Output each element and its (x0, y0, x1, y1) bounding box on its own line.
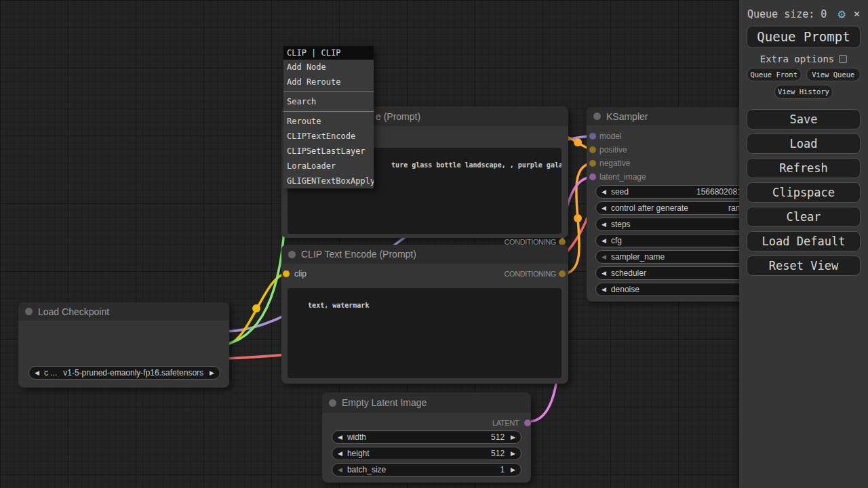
conditioning-output-dot[interactable] (559, 270, 566, 277)
prompt-textarea[interactable]: text, watermark (288, 288, 561, 378)
widget-value: 512 (491, 449, 505, 458)
menu-item-reroute[interactable]: Reroute (283, 114, 374, 129)
view-queue-button[interactable]: View Queue (806, 68, 861, 81)
output-label: LATENT (492, 419, 519, 427)
widget-label: control after generate (611, 203, 688, 213)
widget-left-arrow-icon[interactable]: ◀ (601, 270, 606, 277)
widget-value: ran (728, 203, 740, 213)
width-widget[interactable]: ◀ width 512 ▶ (332, 430, 521, 444)
queue-front-button[interactable]: Queue Front (747, 68, 802, 81)
menu-item-gligentextboxapply[interactable]: GLIGENTextBoxApply (283, 174, 374, 188)
widget-label: batch_size (347, 465, 386, 474)
save-button[interactable]: Save (747, 109, 861, 129)
prompt-text: text, watermark (308, 302, 369, 309)
view-history-button[interactable]: View History (774, 85, 833, 99)
collapse-dot-icon[interactable] (329, 399, 336, 407)
load-default-button[interactable]: Load Default (747, 231, 861, 251)
collapse-dot-icon[interactable] (593, 113, 601, 120)
menu-item-add-node[interactable]: Add Node (283, 60, 374, 75)
widget-left-arrow-icon[interactable]: ◀ (338, 434, 342, 441)
combo-right-arrow-icon[interactable]: ▶ (210, 370, 214, 376)
widget-left-arrow-icon[interactable]: ◀ (601, 189, 606, 195)
collapse-dot-icon[interactable] (288, 251, 296, 258)
comfy-menu-panel: Queue size: 0 ⚙ ✕ Queue Prompt Extra opt… (739, 0, 868, 488)
node-title: CLIP Text Encode (Prompt) (301, 249, 416, 260)
menu-item-cliptextencode[interactable]: CLIPTextEncode (283, 129, 374, 144)
widget-left-arrow-icon[interactable]: ◀ (338, 451, 342, 457)
menu-separator (283, 111, 374, 112)
widget-right-arrow-icon[interactable]: ▶ (511, 451, 515, 457)
extra-options-row: Extra options (739, 54, 868, 64)
latent-output-dot[interactable] (524, 420, 531, 426)
widget-value: 1566802081 (696, 187, 742, 197)
widget-left-arrow-icon[interactable]: ◀ (601, 254, 606, 260)
negative-input-dot[interactable] (589, 160, 596, 167)
height-widget[interactable]: ◀ height 512 ▶ (332, 447, 521, 460)
input-label: model (599, 131, 622, 141)
clear-button[interactable]: Clear (747, 207, 861, 227)
refresh-button[interactable]: Refresh (747, 158, 861, 178)
widget-label: scheduler (611, 268, 646, 278)
queue-buttons-row: Queue Front View Queue (747, 68, 861, 81)
input-label: negative (599, 159, 630, 168)
context-menu-title: CLIP | CLIP (283, 46, 374, 60)
combo-prefix: c ... (44, 368, 57, 378)
latent-image-input-dot[interactable] (589, 174, 596, 180)
input-label: clip (294, 269, 307, 279)
link-release-context-menu: CLIP | CLIP Add Node Add Reroute Search … (283, 46, 374, 188)
widget-left-arrow-icon[interactable]: ◀ (338, 467, 342, 473)
widget-right-arrow-icon[interactable]: ▶ (511, 467, 515, 473)
menu-item-loraloader[interactable]: LoraLoader (283, 159, 374, 174)
input-label: latent_image (599, 172, 646, 182)
queue-prompt-button[interactable]: Queue Prompt (747, 26, 861, 48)
node-clip-text-encode-negative[interactable]: CLIP Text Encode (Prompt) clip CONDITION… (281, 245, 568, 384)
reset-view-button[interactable]: Reset View (747, 256, 861, 276)
widget-label: denoise (611, 285, 639, 294)
widget-label: steps (611, 220, 631, 229)
node-title-bar[interactable]: Empty Latent Image (322, 392, 531, 413)
node-title: Empty Latent Image (342, 397, 427, 408)
ckpt-name-combo[interactable]: ◀ c ... v1-5-pruned-emaonly-fp16.safeten… (28, 366, 220, 380)
batch-size-widget[interactable]: ◀ batch_size 1 ▶ (332, 463, 521, 476)
collapse-dot-icon[interactable] (25, 308, 33, 315)
widget-label: sampler_name (611, 252, 665, 262)
settings-gear-icon[interactable]: ⚙ (838, 7, 846, 20)
node-title: KSampler (606, 111, 648, 122)
load-button[interactable]: Load (747, 134, 861, 154)
output-label: CONDITIONING (505, 270, 556, 278)
close-icon[interactable]: ✕ (854, 9, 860, 19)
widget-left-arrow-icon[interactable]: ◀ (601, 205, 606, 211)
queue-size-row: Queue size: 0 ⚙ ✕ (739, 0, 868, 20)
widget-left-arrow-icon[interactable]: ◀ (601, 287, 606, 293)
menu-item-search[interactable]: Search (283, 94, 374, 109)
widget-label: height (347, 449, 370, 458)
widget-right-arrow-icon[interactable]: ▶ (511, 434, 515, 441)
queue-size-label: Queue size: 0 (747, 8, 838, 20)
widget-left-arrow-icon[interactable]: ◀ (601, 238, 606, 244)
model-input-dot[interactable] (589, 133, 596, 140)
clip-input-dot[interactable] (283, 270, 290, 277)
widget-label: seed (611, 187, 629, 197)
combo-left-arrow-icon[interactable]: ◀ (35, 370, 39, 376)
extra-options-label: Extra options (760, 54, 835, 64)
clipspace-button[interactable]: Clipspace (747, 182, 861, 203)
positive-input-dot[interactable] (589, 146, 596, 153)
menu-separator (283, 92, 374, 92)
node-title-bar[interactable]: Load Checkpoint (18, 302, 229, 321)
prompt-text-partial: ture glass bottle landscape, , purple ga… (391, 161, 561, 169)
widget-label: width (347, 432, 366, 442)
node-load-checkpoint[interactable]: Load Checkpoint MODEL CLIP VAE ◀ c ... v… (18, 302, 229, 388)
output-slot-latent: LATENT (322, 418, 531, 428)
combo-value: v1-5-pruned-emaonly-fp16.safetensors (57, 368, 210, 378)
io-slot-row: clip CONDITIONING (281, 268, 568, 279)
extra-options-checkbox[interactable] (839, 55, 847, 63)
node-empty-latent-image[interactable]: Empty Latent Image LATENT ◀ width 512 ▶ … (322, 392, 531, 483)
widget-left-arrow-icon[interactable]: ◀ (601, 222, 606, 228)
widget-value: 512 (491, 432, 505, 442)
node-title: Load Checkpoint (38, 306, 109, 317)
menu-item-add-reroute[interactable]: Add Reroute (283, 75, 374, 89)
menu-item-clipsetlastlayer[interactable]: CLIPSetLastLayer (283, 144, 374, 159)
input-label: positive (599, 145, 627, 155)
node-title-bar[interactable]: CLIP Text Encode (Prompt) (281, 245, 568, 264)
node-title-partial: e (Prompt) (376, 111, 420, 122)
